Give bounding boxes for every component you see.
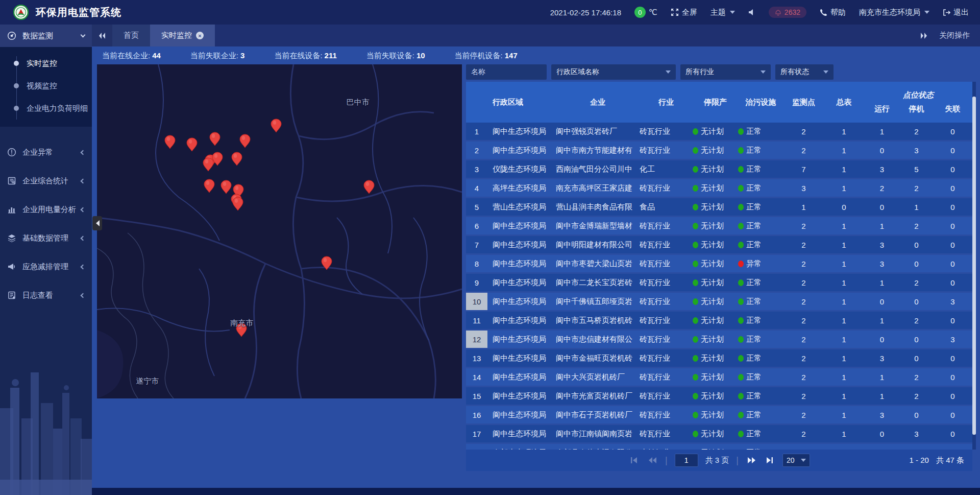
table-row[interactable]: 13阆中生态环境局阆中市金福旺页岩机砖砖瓦行业无计划正常21300 [466, 349, 972, 367]
scrollbar-thumb[interactable] [972, 97, 976, 435]
cell-total-meters: 1 [824, 430, 864, 438]
sidebar-item-enterprise-statistics[interactable]: 企业综合统计 [0, 167, 92, 195]
cell-total-meters: 1 [824, 373, 864, 382]
chevron-down-icon [81, 32, 86, 37]
cell-company: 阆中明阳建材有限公司 [556, 240, 640, 250]
sidebar-item-log-view[interactable]: 日志查看 [0, 281, 92, 310]
map-pin-icon[interactable] [239, 134, 251, 148]
cell-stop-production: 无计划 [693, 372, 738, 382]
cell-running: 3 [864, 354, 900, 363]
map-pin-icon[interactable] [164, 135, 176, 149]
map-pin-icon[interactable] [232, 197, 243, 211]
double-chevron-right-icon[interactable] [920, 32, 928, 39]
first-page-button[interactable] [628, 455, 640, 466]
table-row[interactable]: 3仪陇生态环境局西南油气田分公司川中化工无计划正常71350 [466, 160, 972, 178]
table-row[interactable]: 16阆中生态环境局阆中市石子页岩机砖厂砖瓦行业无计划正常21300 [466, 406, 972, 423]
status-dot-icon [738, 279, 744, 286]
prev-page-button[interactable] [647, 455, 658, 466]
help-button[interactable]: 帮助 [820, 8, 846, 17]
cell-total-meters: 1 [824, 260, 864, 268]
cell-industry: 砖瓦行业 [640, 297, 693, 307]
cell-stop-production: 无计划 [693, 316, 738, 325]
theme-label: 主题 [710, 8, 726, 17]
map-pin-icon[interactable] [212, 152, 223, 166]
mute-button[interactable] [748, 9, 755, 16]
tab-scroll-left-button[interactable] [92, 25, 112, 46]
cell-stopped: 2 [900, 184, 933, 193]
table-row[interactable]: 8阆中生态环境局阆中市枣碧大梁山页岩砖瓦行业无计划异常21300 [466, 255, 972, 272]
page-number-input[interactable]: 1 [675, 454, 698, 467]
map-panel[interactable]: 巴中市南充市遂宁市 [97, 64, 462, 398]
cell-total-meters: 1 [824, 127, 864, 136]
sidebar-item-video-monitoring[interactable]: 视频监控 [0, 75, 92, 97]
map-pin-icon[interactable] [231, 152, 242, 166]
sidebar-item-emergency-reduction[interactable]: 应急减排管理 [0, 252, 92, 281]
table-row[interactable]: 15阆中生态环境局阆中市光富页岩机砖厂砖瓦行业无计划正常21120 [466, 387, 972, 405]
tab-realtime-monitoring[interactable]: 实时监控 × [150, 25, 215, 46]
cell-company: 西南油气田分公司川中 [556, 164, 640, 174]
last-page-button[interactable] [764, 455, 775, 466]
cell-disconnected: 0 [933, 278, 972, 287]
region-filter-select[interactable]: 行政区域名称 [551, 64, 676, 80]
cell-disconnected: 0 [933, 430, 972, 438]
table-row[interactable]: 6阆中生态环境局阆中市金博瑞新型墙材砖瓦行业无计划正常21120 [466, 217, 972, 234]
industry-filter-select[interactable]: 所有行业 [680, 64, 771, 80]
map-pin-icon[interactable] [220, 180, 232, 194]
logout-label: 退出 [953, 8, 969, 17]
cell-total-meters: 1 [824, 354, 864, 363]
sidebar-item-basic-data[interactable]: 基础数据管理 [0, 224, 92, 252]
table-row[interactable]: 9阆中生态环境局阆中市二龙长宝页岩砖砖瓦行业无计划正常21120 [466, 274, 972, 291]
table-row[interactable]: 12阆中生态环境局阆中市忠信建材有限公砖瓦行业无计划正常21003 [466, 331, 972, 348]
table-row[interactable]: 11阆中生态环境局阆中市五马桥页岩机砖砖瓦行业无计划正常21120 [466, 312, 972, 329]
record-range-label: 1 - 20 [910, 456, 929, 465]
bullet-dot-icon [14, 61, 19, 66]
map-collapse-button[interactable] [92, 216, 102, 230]
table-row[interactable]: 14阆中生态环境局阆中大兴页岩机砖厂砖瓦行业无计划正常21120 [466, 368, 972, 386]
page-size-select[interactable]: 20 [782, 454, 810, 467]
sidebar-item-enterprise-abnormal[interactable]: 企业异常 [0, 138, 92, 167]
name-filter-input[interactable]: 名称 [466, 64, 547, 80]
cell-disconnected: 0 [933, 203, 972, 211]
map-pin-icon[interactable] [204, 179, 215, 193]
menu-label: 企业用电量分析 [22, 205, 76, 215]
close-operations-button[interactable]: 关闭操作 [939, 31, 970, 40]
sidebar-item-realtime-monitoring[interactable]: 实时监控 [0, 52, 92, 75]
table-row[interactable]: 5营山生态环境局营山县润丰肉食品有限食品无计划正常10010 [466, 198, 972, 216]
chevron-left-icon [95, 220, 100, 226]
cell-pollution-facility: 正常 [738, 391, 783, 401]
map-pin-icon[interactable] [271, 119, 282, 133]
temperature-indicator: 0 ℃ [634, 7, 657, 18]
org-dropdown[interactable]: 南充市生态环境局 [859, 8, 929, 17]
status-filter-select[interactable]: 所有状态 [775, 64, 834, 80]
sidebar-item-power-load-detail[interactable]: 企业电力负荷明细 [0, 97, 92, 120]
chevron-down-icon [801, 459, 806, 462]
table-row[interactable]: 10阆中生态环境局阆中千佛镇五郎垭页岩砖瓦行业无计划正常21003 [466, 293, 972, 310]
cell-monitor-points: 3 [783, 184, 824, 193]
table-row[interactable]: 4高坪生态环境局南充市高坪区王家店建砖瓦行业无计划正常31220 [466, 179, 972, 197]
sidebar-item-power-analysis[interactable]: 企业用电量分析 [0, 195, 92, 224]
status-dot-icon [738, 374, 744, 381]
notification-badge[interactable]: 2632 [769, 7, 806, 18]
table-row[interactable]: 1阆中生态环境局阆中强锐页岩砖厂砖瓦行业无计划正常21120 [466, 123, 972, 140]
close-icon[interactable]: × [196, 32, 204, 39]
cell-company: 阆中市金福旺页岩机砖 [556, 353, 640, 363]
logout-button[interactable]: 退出 [943, 8, 969, 17]
map-pin-icon[interactable] [321, 256, 332, 270]
fullscreen-button[interactable]: 全屏 [671, 8, 697, 17]
table-row[interactable]: 2阆中生态环境局阆中市南方节能建材有砖瓦行业无计划正常21030 [466, 142, 972, 159]
status-dot-icon [738, 431, 744, 437]
table-row[interactable]: 18南部生态环境局南部县砌佳水泥有限公建材行业无计划正常50050 [466, 444, 972, 450]
cell-region: 阆中生态环境局 [487, 372, 556, 382]
map-pin-icon[interactable] [186, 137, 198, 152]
theme-dropdown[interactable]: 主题 [710, 8, 735, 17]
sidebar-item-data-monitoring[interactable]: 数据监测 [0, 25, 92, 47]
map-pin-icon[interactable] [209, 132, 220, 146]
table-row[interactable]: 7阆中生态环境局阆中明阳建材有限公司砖瓦行业无计划正常21300 [466, 236, 972, 253]
next-page-button[interactable] [746, 455, 757, 466]
cell-disconnected: 0 [933, 411, 972, 419]
tab-home[interactable]: 首页 [112, 25, 150, 46]
cell-running: 3 [864, 411, 900, 419]
cell-company: 阆中市南方节能建材有 [556, 146, 640, 155]
map-pin-icon[interactable] [363, 180, 375, 194]
table-row[interactable]: 17阆中生态环境局阆中市江南镇阆南页岩砖瓦行业无计划正常21030 [466, 425, 972, 442]
